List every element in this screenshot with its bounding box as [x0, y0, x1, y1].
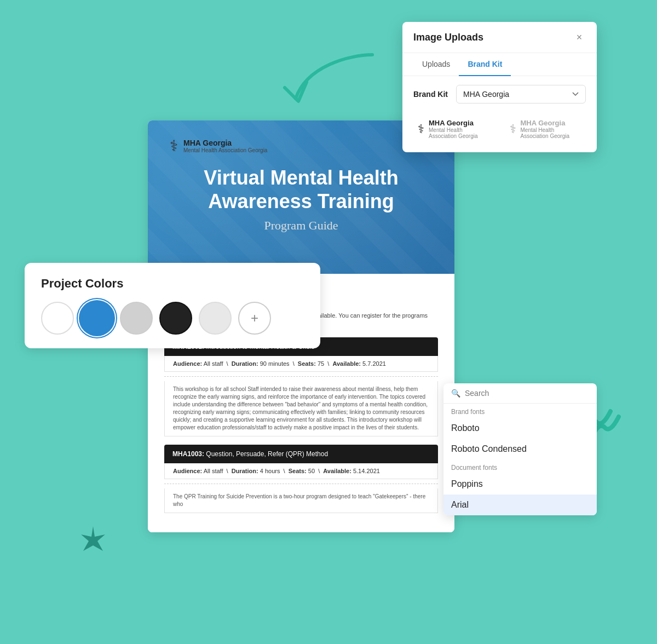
brand-logo-text-2: MHA Georgia Mental Health Association Ge…: [521, 119, 582, 139]
tab-brand-kit[interactable]: Brand Kit: [459, 53, 511, 76]
search-icon: 🔍: [451, 389, 460, 398]
close-icon[interactable]: ×: [573, 31, 586, 44]
org-name: MHA Georgia: [183, 139, 267, 147]
brand-logo-sub-2: Mental Health Association Georgia: [521, 127, 582, 139]
modal-tabs: Uploads Brand Kit: [402, 53, 597, 76]
org-logo-icon: ⚕: [170, 137, 178, 155]
brand-logos-row: ⚕ MHA Georgia Mental Health Association …: [413, 114, 586, 143]
brand-logo-name-1: MHA Georgia: [429, 119, 490, 127]
brand-fonts-label: Brand fonts: [443, 404, 597, 418]
doc-logo-text: MHA Georgia Mental Health Association Ge…: [183, 139, 267, 153]
brand-kit-select[interactable]: MHA Georgia: [456, 85, 586, 104]
org-sub: Mental Health Association Georgia: [183, 147, 267, 153]
brand-logo-name-2: MHA Georgia: [521, 119, 582, 127]
swatch-gray[interactable]: [199, 302, 232, 335]
brand-logo-icon-2: ⚕: [510, 122, 516, 136]
modal-title: Image Uploads: [413, 32, 483, 43]
font-item-roboto[interactable]: Roboto: [443, 418, 597, 439]
swatch-black[interactable]: [159, 302, 192, 335]
course-meta-2: Audience: All staff \ Duration: 4 hours …: [164, 463, 438, 479]
search-input[interactable]: [465, 389, 589, 398]
brand-logo-icon-1: ⚕: [418, 122, 424, 136]
course-meta-1: Audience: All staff \ Duration: 90 minut…: [164, 356, 438, 372]
course-block-2: MHA1003: Question, Persuade, Refer (QPR)…: [164, 445, 438, 513]
project-colors-title: Project Colors: [41, 277, 304, 291]
brand-kit-label: Brand Kit: [413, 90, 448, 99]
course-block-1: MHA1001: Introduction to Mental Health &…: [164, 337, 438, 436]
brand-kit-row: Brand Kit MHA Georgia: [413, 85, 586, 104]
font-item-arial[interactable]: Arial: [443, 495, 597, 515]
swatch-blue[interactable]: [80, 302, 113, 335]
font-item-poppins[interactable]: Poppins: [443, 474, 597, 495]
doc-header: ⚕ MHA Georgia Mental Health Association …: [148, 120, 454, 274]
document-fonts-label: Document fonts: [443, 459, 597, 474]
font-item-roboto-condensed[interactable]: Roboto Condensed: [443, 439, 597, 459]
color-swatches: +: [41, 302, 304, 335]
swatch-lightgray[interactable]: [120, 302, 153, 335]
tab-uploads[interactable]: Uploads: [413, 53, 459, 76]
course-header-2: MHA1003: Question, Persuade, Refer (QPR)…: [164, 445, 438, 463]
course-description-1: This workshop is for all school Staff in…: [164, 381, 438, 436]
doc-logo-area: ⚕ MHA Georgia Mental Health Association …: [170, 137, 433, 155]
doc-title: Virtual Mental HealthAwareness Training: [170, 166, 433, 213]
image-uploads-modal: Image Uploads × Uploads Brand Kit Brand …: [402, 22, 597, 152]
brand-logo-sub-1: Mental Health Association Georgia: [429, 127, 490, 139]
modal-header: Image Uploads ×: [402, 22, 597, 53]
brand-logo-item-2[interactable]: ⚕ MHA Georgia Mental Health Association …: [505, 114, 586, 143]
font-search-wrapper: 🔍: [443, 383, 597, 404]
font-search-dropdown: 🔍 Brand fonts Roboto Roboto Condensed Do…: [443, 383, 597, 515]
star-decoration: [77, 524, 110, 556]
swatch-add[interactable]: +: [238, 302, 271, 335]
arrow-decoration: [263, 44, 383, 110]
doc-subtitle: Program Guide: [170, 219, 433, 233]
project-colors-panel: Project Colors +: [25, 263, 320, 348]
course-description-2: The QPR Training for Suicide Prevention …: [164, 488, 438, 513]
swatch-white[interactable]: [41, 302, 74, 335]
brand-logo-text-1: MHA Georgia Mental Health Association Ge…: [429, 119, 490, 139]
